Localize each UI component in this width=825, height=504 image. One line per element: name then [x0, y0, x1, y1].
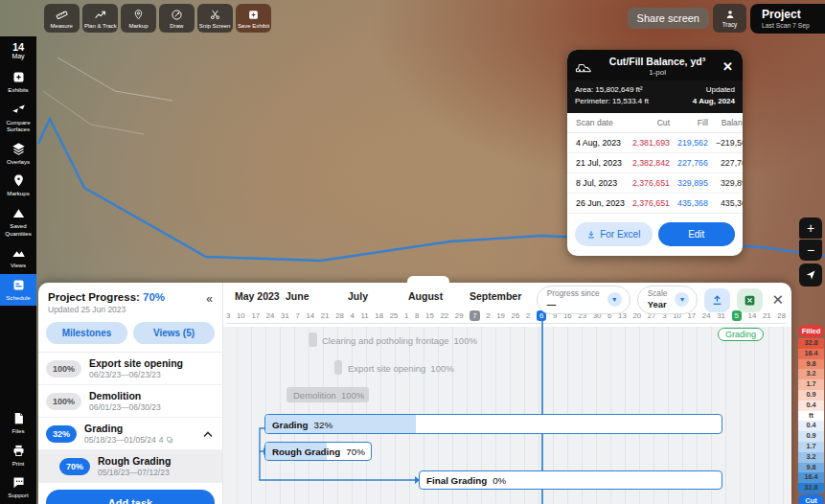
scale-value: 9.8	[798, 463, 824, 473]
project-info[interactable]: Project Last Scan 7 Sep	[750, 4, 825, 34]
sidebar-item-exhibits[interactable]: Exhibits	[0, 66, 36, 99]
close-icon[interactable]: ✕	[721, 59, 735, 74]
tool-label: Snip Screen	[199, 22, 231, 29]
cutfill-updated-label: Updated	[693, 84, 735, 96]
save-exhibit-button[interactable]: Save Exhibit	[236, 4, 271, 33]
column-header-cut[interactable]: Cut	[629, 113, 674, 133]
gantt-controls: Progress since — ▾ Scale Year ▾	[537, 286, 786, 314]
gantt-bar-label: Export site opening100%	[348, 363, 454, 374]
task-row-export-site-opening[interactable]: 100% Export site opening 06/23/23—06/23/…	[38, 353, 222, 385]
sidebar-item-compare-surfaces[interactable]: Compare Surfaces	[0, 99, 36, 138]
task-name: Demolition	[89, 390, 161, 401]
balance-value: −219,562	[712, 133, 743, 153]
month-label: June	[286, 290, 309, 302]
zoom-in-button[interactable]: +	[799, 218, 822, 239]
table-row[interactable]: 26 Jun, 2023 2,376,651 435,368 435,368	[567, 194, 743, 214]
person-icon	[724, 9, 736, 20]
sidebar-date-month: May	[0, 53, 36, 59]
table-row[interactable]: 21 Jul, 2023 2,382,842 227,766 227,766	[567, 153, 743, 173]
month-label: May 2023	[235, 290, 280, 302]
gantt-chart[interactable]: May 2023JuneJulyAugustSeptember 31017243…	[223, 283, 791, 504]
cutfill-subtitle: 1-pol	[594, 68, 721, 77]
scale-value: 32.8	[798, 338, 824, 349]
sidebar-item-markups[interactable]: Markups	[0, 170, 36, 202]
task-progress-badge: 32%	[46, 425, 77, 443]
printer-icon	[11, 444, 26, 458]
tool-label: Save Exhibit	[238, 22, 269, 29]
task-row-rough-grading[interactable]: 70% Rough Grading 05/18/23—07/12/23	[38, 450, 222, 483]
upload-schedule-button[interactable]	[704, 288, 730, 312]
sidebar-item-schedule[interactable]: Schedule	[0, 274, 36, 307]
draw-button[interactable]: Draw	[159, 4, 195, 33]
excel-icon	[744, 294, 756, 307]
task-progress-badge: 70%	[59, 458, 90, 475]
tick-label: 26	[512, 311, 520, 320]
sidebar-item-files[interactable]: Files	[0, 407, 36, 440]
sidebar-item-label: Compare Surfaces	[1, 119, 35, 133]
tick-label: 29	[455, 311, 464, 320]
gantt-bar-final-grading[interactable]: Final Grading0%	[419, 470, 722, 490]
layers-icon	[11, 142, 26, 156]
tick-label: 24	[266, 311, 275, 320]
markup-button[interactable]: Markup	[121, 4, 156, 33]
tab-milestones[interactable]: Milestones	[46, 322, 127, 344]
task-dates: 06/01/23—06/30/23	[89, 402, 161, 412]
sidebar-item-support[interactable]: Support	[0, 471, 36, 504]
column-header-balance[interactable]: Balance	[712, 113, 743, 133]
schedule-tabs: Milestones Views (5)	[38, 320, 222, 352]
task-row-grading[interactable]: 32% Grading 05/18/23—01/05/24 4	[38, 418, 222, 450]
zoom-out-button[interactable]: −	[799, 240, 822, 261]
tab-views[interactable]: Views (5)	[133, 322, 215, 344]
column-header-scan-date[interactable]: Scan date	[567, 113, 629, 133]
locate-button[interactable]	[799, 263, 822, 286]
cutfill-header: Cut/Fill Balance, yd³ 1-pol ✕	[567, 50, 743, 80]
close-icon[interactable]: ✕	[769, 291, 786, 309]
gantt-bar-clearing[interactable]	[309, 332, 317, 347]
sidebar-item-print[interactable]: Print	[0, 440, 36, 472]
scale-value: 9.8	[798, 359, 824, 370]
sidebar-item-saved-quantities[interactable]: Saved Quantities	[0, 202, 36, 241]
sidebar-item-overlays[interactable]: Overlays	[0, 138, 36, 171]
scale-value: 16.4	[798, 349, 824, 359]
scan-date: 8 Jul, 2023	[567, 173, 629, 194]
tool-label: Markup	[129, 22, 149, 29]
chevron-up-icon[interactable]	[203, 431, 213, 438]
gantt-bar-grading[interactable]: Grading32%	[264, 414, 722, 434]
tick-label: 7	[295, 311, 299, 320]
sidebar-item-views[interactable]: Views	[0, 241, 36, 274]
tick-marker-scan[interactable]: 7	[470, 310, 479, 321]
collapse-panel-icon[interactable]: «	[206, 292, 213, 306]
grading-end-flag[interactable]: Grading	[718, 328, 764, 341]
snip-screen-button[interactable]: Snip Screen	[197, 4, 233, 33]
user-avatar[interactable]: Tracy	[713, 4, 746, 33]
scale-value: 32.8	[798, 483, 824, 493]
column-header-fill[interactable]: Fill	[674, 113, 712, 133]
tick-label: 2	[526, 311, 530, 320]
gantt-bar-export-site[interactable]	[334, 360, 342, 375]
sidebar-date[interactable]: 14 May	[0, 36, 36, 66]
tick-label: 1	[404, 311, 408, 320]
edit-button[interactable]: Edit	[658, 222, 736, 246]
tick-label: 10	[237, 311, 245, 320]
gantt-bar-rough-grading[interactable]: Rough Grading70%	[264, 442, 372, 461]
share-screen-button[interactable]: Share screen	[628, 8, 709, 29]
scale-dropdown[interactable]: Scale Year ▾	[637, 286, 699, 314]
balance-value: 435,368	[712, 194, 743, 214]
dropdown-label: Scale	[648, 289, 668, 299]
tool-label: Measure	[51, 22, 73, 29]
plan-track-button[interactable]: Plan & Track	[82, 4, 118, 33]
export-excel-button[interactable]: For Excel	[575, 222, 653, 246]
gantt-bar-label: Demolition100%	[293, 390, 364, 401]
sidebar-spacer	[0, 306, 36, 407]
table-row[interactable]: 8 Jul, 2023 2,376,651 329,895 329,895	[567, 173, 743, 194]
add-task-button[interactable]: Add task	[46, 490, 215, 504]
task-dates: 05/18/23—01/05/24 4	[84, 435, 173, 445]
top-toolbar: Measure Plan & Track Markup Draw Snip Sc…	[44, 4, 271, 33]
measure-button[interactable]: Measure	[44, 4, 80, 33]
cutfill-actions: For Excel Edit	[567, 214, 743, 256]
task-row-demolition[interactable]: 100% Demolition 06/01/23—06/30/23	[38, 385, 222, 418]
export-excel-button[interactable]	[737, 288, 763, 312]
scale-cut-label: Cut	[798, 494, 824, 504]
table-row[interactable]: 4 Aug, 2023 2,381,693 219,562 −219,562	[567, 133, 743, 153]
progress-since-dropdown[interactable]: Progress since — ▾	[537, 286, 630, 314]
